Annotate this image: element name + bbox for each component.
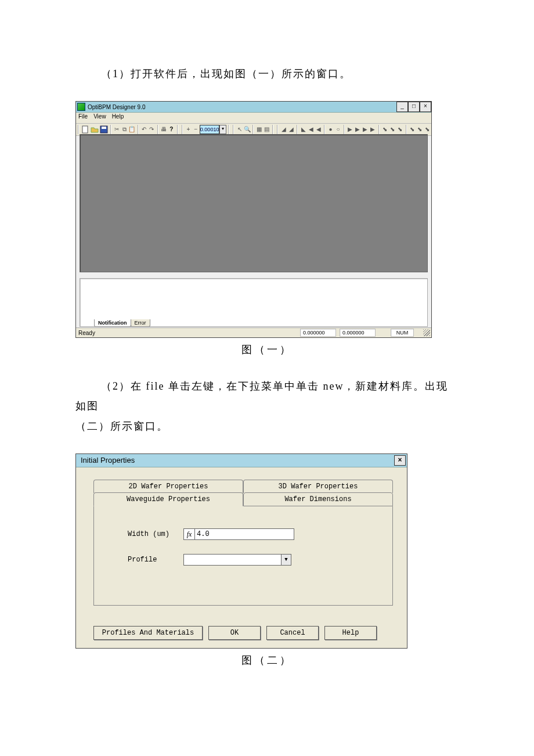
tool-b-icon[interactable]: ◢ [287,125,295,134]
paragraph-1: （1）打开软件后，出现如图（一）所示的窗口。 [75,64,459,84]
print-icon[interactable]: 🖶 [160,125,168,134]
tool-j-icon[interactable]: ▶ [362,125,369,134]
tab-2d-wafer[interactable]: 2D Wafer Properties [93,480,243,493]
menu-file[interactable]: File [78,113,88,123]
undo-icon[interactable]: ↶ [140,125,148,134]
dialog-close-button[interactable]: × [394,455,406,466]
maximize-button[interactable]: □ [408,102,420,112]
help-icon[interactable]: ? [168,125,175,134]
fig1-menubar: File View Help [76,113,431,124]
tab-error[interactable]: Error [131,319,150,327]
tab-3d-wafer[interactable]: 3D Wafer Properties [243,480,393,493]
chevron-down-icon: ▼ [281,555,291,565]
tab-wafer-dimensions[interactable]: Wafer Dimensions [243,492,393,506]
toolbar-number-dropdown[interactable]: ▾ [219,125,226,134]
app-icon [77,103,85,111]
fig2-tab-body: Width (um) fx 4.0 Profile ▼ [93,506,393,606]
fig1-title: OptiBPM Designer 9.0 [88,104,146,110]
tool-d-icon[interactable]: ◀ [307,125,315,134]
tab-notification[interactable]: Notification [94,319,131,327]
resize-grip-icon[interactable] [423,329,430,336]
zoom-out-icon[interactable]: − [192,125,200,134]
tool-l-icon[interactable]: ⬊ [381,125,389,134]
fig2-titlebar: Initial Properties × [76,454,407,467]
label-width: Width (um) [128,530,183,538]
help-button[interactable]: Help [324,626,377,640]
caption-1: 图（一） [75,343,459,357]
paragraph-2a: （2）在 file 单击左键，在下拉菜单中单击 new，新建材料库。出现如图 [75,376,459,416]
tool-f-icon[interactable]: ● [327,125,334,134]
zoom-in-icon[interactable]: + [185,125,192,134]
menu-help[interactable]: Help [112,113,124,123]
cancel-button[interactable]: Cancel [266,626,319,640]
fig2-title: Initial Properties [81,456,135,465]
cut-icon[interactable]: ✂ [113,125,121,134]
fig1-canvas [80,134,428,272]
open-icon[interactable] [90,125,99,134]
toolbar-number-field[interactable]: 0.00010 [200,125,220,134]
minimize-button[interactable]: _ [396,102,408,112]
tool-g-icon[interactable]: ○ [334,125,342,134]
status-coord-1: 0.000000 [300,329,336,337]
grid-icon[interactable]: ▦ [255,125,263,134]
redo-icon[interactable]: ↷ [148,125,156,134]
ok-button[interactable]: OK [208,626,261,640]
menu-view[interactable]: View [93,113,106,123]
fig1-output-panel: Notification Error [80,278,428,327]
fig1-statusbar: Ready 0.000000 0.000000 NUM [76,327,431,337]
svg-rect-2 [102,127,106,129]
fx-button[interactable]: fx [183,528,195,540]
close-button[interactable]: × [420,102,431,112]
tool-p-icon[interactable]: ⬊ [416,125,424,134]
tool-h-icon[interactable]: ▶ [347,125,354,134]
status-num: NUM [391,329,414,337]
figure-1-app-window: OptiBPM Designer 9.0 _ □ × File View Hel… [75,101,432,338]
copy-icon[interactable]: ⧉ [121,125,128,134]
profiles-materials-button[interactable]: Profiles And Materials [93,626,203,640]
status-coord-2: 0.000000 [340,329,376,337]
profile-dropdown[interactable]: ▼ [183,554,291,566]
zoom-icon[interactable]: 🔍 [243,125,251,134]
label-profile: Profile [128,556,183,564]
paragraph-2b: （二）所示窗口。 [75,416,459,436]
tool-e-icon[interactable]: ◀ [315,125,322,134]
tool-a-icon[interactable]: ◢ [280,125,287,134]
tool-icon[interactable]: ▤ [263,125,270,134]
tool-i-icon[interactable]: ▶ [354,125,362,134]
caption-2: 图（二） [75,653,459,667]
tool-n-icon[interactable]: ⬊ [396,125,404,134]
figure-2-dialog: Initial Properties × 2D Wafer Properties… [75,453,407,649]
svg-rect-0 [82,126,88,133]
paste-icon[interactable]: 📋 [128,125,136,134]
tab-waveguide-properties[interactable]: Waveguide Properties [93,492,243,506]
tool-k-icon[interactable]: ▶ [369,125,377,134]
tool-o-icon[interactable]: ⬊ [409,125,416,134]
tool-q-icon[interactable]: ⬊ [424,125,431,134]
save-icon[interactable] [99,125,109,134]
tool-m-icon[interactable]: ⬊ [389,125,396,134]
status-ready: Ready [78,330,95,336]
width-input[interactable]: 4.0 [194,528,294,540]
new-icon[interactable] [81,125,90,134]
tool-c-icon[interactable]: ◣ [300,125,307,134]
fig1-titlebar: OptiBPM Designer 9.0 _ □ × [76,102,431,113]
pointer-icon[interactable]: ↖ [236,125,243,134]
